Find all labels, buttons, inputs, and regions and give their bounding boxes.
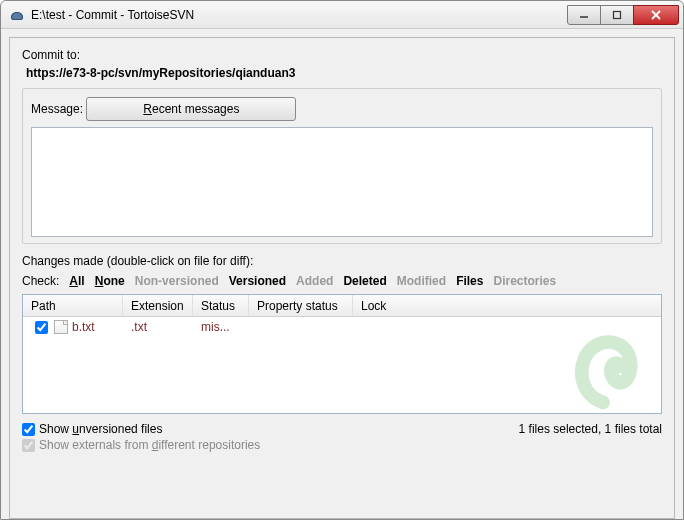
file-icon: [54, 320, 68, 334]
row-path: b.txt: [72, 320, 95, 334]
changes-label: Changes made (double-click on file for d…: [22, 254, 662, 268]
svg-rect-1: [614, 11, 621, 18]
commit-to-label: Commit to:: [22, 48, 662, 62]
col-status[interactable]: Status: [193, 295, 249, 316]
filter-versioned[interactable]: Versioned: [229, 274, 286, 288]
tortoise-icon: [9, 7, 25, 23]
col-path[interactable]: Path: [23, 295, 123, 316]
filter-non-versioned[interactable]: Non-versioned: [135, 274, 219, 288]
show-externals-checkbox: Show externals from different repositori…: [22, 438, 260, 452]
bottom-row: Show unversioned files Show externals fr…: [22, 420, 662, 454]
check-filter-row: Check: All None Non-versioned Versioned …: [22, 274, 662, 288]
row-property-status: [249, 317, 353, 337]
file-list[interactable]: Path Extension Status Property status Lo…: [22, 294, 662, 414]
options-column: Show unversioned files Show externals fr…: [22, 420, 260, 454]
filter-all[interactable]: All: [69, 274, 84, 288]
message-group: Message: Recent messages: [22, 88, 662, 244]
col-property-status[interactable]: Property status: [249, 295, 353, 316]
filter-modified[interactable]: Modified: [397, 274, 446, 288]
recent-messages-button[interactable]: Recent messages: [86, 97, 296, 121]
filter-deleted[interactable]: Deleted: [343, 274, 386, 288]
window-controls: [568, 5, 679, 25]
minimize-button[interactable]: [567, 5, 601, 25]
window-title: E:\test - Commit - TortoiseSVN: [31, 8, 194, 22]
message-legend: Message:: [31, 102, 83, 116]
file-list-header[interactable]: Path Extension Status Property status Lo…: [23, 295, 661, 317]
col-lock[interactable]: Lock: [353, 295, 661, 316]
selection-status: 1 files selected, 1 files total: [519, 420, 662, 436]
commit-url: https://e73-8-pc/svn/myRepositories/qian…: [22, 66, 662, 80]
filter-directories[interactable]: Directories: [493, 274, 556, 288]
check-label: Check:: [22, 274, 59, 288]
titlebar[interactable]: E:\test - Commit - TortoiseSVN: [1, 1, 683, 29]
row-status: mis...: [193, 317, 249, 337]
client-area: Commit to: https://e73-8-pc/svn/myReposi…: [9, 37, 675, 519]
message-textarea[interactable]: [31, 127, 653, 237]
col-extension[interactable]: Extension: [123, 295, 193, 316]
row-checkbox[interactable]: [35, 321, 48, 334]
row-extension: .txt: [123, 317, 193, 337]
close-button[interactable]: [633, 5, 679, 25]
commit-dialog: E:\test - Commit - TortoiseSVN Commit to…: [0, 0, 684, 520]
maximize-button[interactable]: [600, 5, 634, 25]
filter-added[interactable]: Added: [296, 274, 333, 288]
watermark-icon: [555, 325, 651, 411]
filter-files[interactable]: Files: [456, 274, 483, 288]
filter-none[interactable]: None: [95, 274, 125, 288]
show-unversioned-checkbox[interactable]: Show unversioned files: [22, 422, 260, 436]
